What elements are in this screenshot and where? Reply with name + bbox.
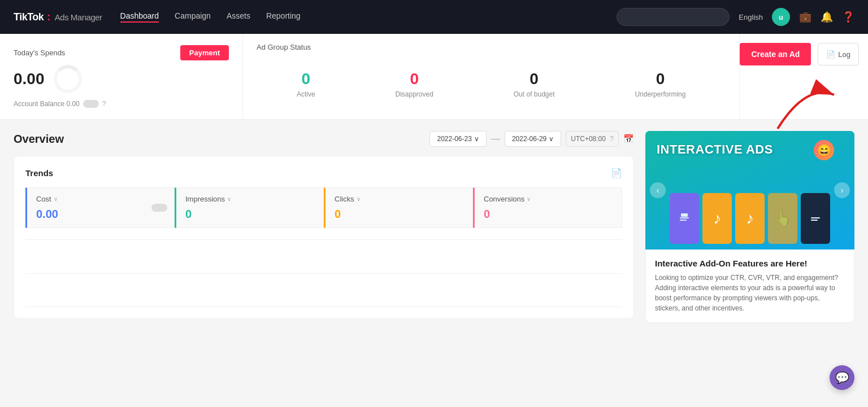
logo-ads: Ads Manager: [55, 12, 102, 22]
phone-card-5: [801, 193, 830, 244]
stat-disapproved: 0 Disapproved: [396, 70, 433, 98]
chevron-down-icon-clicks: ∨: [357, 196, 361, 202]
adgroup-stats: 0 Active 0 Disapproved 0 Out of budget 0…: [257, 58, 726, 110]
date-from-value: 2022-06-23: [437, 135, 471, 143]
stat-underperforming: 0 Underperforming: [635, 70, 685, 98]
overview-title: Overview: [14, 133, 64, 146]
search-input[interactable]: [617, 8, 730, 26]
date-to-button[interactable]: 2022-06-29 ∨: [505, 131, 561, 147]
avatar-decoration: 😄: [814, 140, 834, 160]
create-ad-button[interactable]: Create an Ad: [740, 43, 811, 65]
log-button[interactable]: 📄 Log: [818, 43, 859, 65]
cost-toggle[interactable]: [151, 204, 167, 212]
metric-conversions-value: 0: [484, 208, 613, 221]
log-doc-icon: 📄: [826, 50, 835, 59]
bell-icon[interactable]: 🔔: [821, 11, 833, 23]
stat-out-of-budget: 0 Out of budget: [514, 70, 555, 98]
nav-assets[interactable]: Assets: [227, 11, 250, 23]
metric-impressions-value: 0: [185, 208, 314, 221]
metric-clicks-label[interactable]: Clicks ∨: [335, 195, 463, 203]
logo: TikTok: Ads Manager: [14, 11, 102, 23]
nav-links: Dashboard Campaign Assets Reporting: [120, 11, 599, 23]
date-from-button[interactable]: 2022-06-23 ∨: [429, 131, 486, 147]
timezone-badge: UTC+08:00 ?: [566, 131, 619, 147]
briefcase-icon[interactable]: 💼: [799, 11, 811, 23]
metric-impressions-label[interactable]: Impressions ∨: [185, 195, 314, 203]
overview-section: Overview 2022-06-23 ∨ — 2022-06-29 ∨ UTC…: [0, 120, 868, 334]
promo-next-button[interactable]: ›: [834, 182, 850, 198]
metric-conversions: Conversions ∨ 0: [473, 187, 622, 228]
chevron-down-icon-to: ∨: [549, 135, 554, 143]
info-icon[interactable]: ?: [102, 100, 106, 108]
stat-budget-value: 0: [514, 70, 555, 88]
metric-impressions: Impressions ∨ 0: [175, 187, 324, 228]
phone-card-2: ♪: [702, 193, 732, 244]
stat-disapproved-value: 0: [396, 70, 433, 88]
timezone-value: UTC+08:00: [571, 135, 606, 143]
top-row: Today's Spends Payment 0.00 Account Bala…: [0, 34, 868, 120]
svg-rect-3: [681, 213, 688, 217]
stat-active-value: 0: [297, 70, 315, 88]
overview-main: Overview 2022-06-23 ∨ — 2022-06-29 ∨ UTC…: [14, 131, 634, 323]
promo-image-inner: INTERACTIVE ADS ♪ ♪ 👆: [645, 131, 854, 250]
chevron-down-icon-impressions: ∨: [227, 196, 231, 202]
trends-card: Trends 📄 Cost ∨ 0.00 Impressions: [14, 156, 634, 319]
svg-rect-1: [680, 217, 689, 218]
promo-body-text: Looking to optimize your CTR, CVR, VTR, …: [655, 273, 845, 313]
spends-amount: 0.00: [14, 70, 45, 88]
spends-card: Today's Spends Payment 0.00 Account Bala…: [0, 34, 243, 119]
date-controls: 2022-06-23 ∨ — 2022-06-29 ∨ UTC+08:00 ? …: [429, 131, 634, 147]
log-label: Log: [838, 50, 850, 59]
phone-card-4: 👆: [768, 193, 797, 244]
metric-clicks-value: 0: [335, 208, 463, 221]
stat-disapproved-label: Disapproved: [396, 90, 433, 98]
trends-header: Trends 📄: [25, 168, 622, 178]
stat-under-value: 0: [635, 70, 685, 88]
svg-rect-2: [680, 220, 687, 221]
promo-body-title: Interactive Add-On Features are Here!: [655, 259, 845, 268]
svg-rect-4: [811, 217, 820, 218]
stat-under-label: Underperforming: [635, 90, 685, 98]
avatar[interactable]: u: [772, 8, 790, 26]
right-actions: Create an Ad 📄 Log: [739, 34, 868, 119]
stat-budget-label: Out of budget: [514, 90, 555, 98]
phone-card-1: [670, 193, 699, 244]
logo-colon: :: [47, 11, 50, 23]
promo-prev-button[interactable]: ‹: [650, 182, 666, 198]
chevron-down-icon-conversions: ∨: [527, 196, 531, 202]
sidebar-promo: INTERACTIVE ADS ♪ ♪ 👆: [645, 131, 854, 323]
chevron-down-icon-cost: ∨: [54, 196, 58, 202]
metric-clicks: Clicks ∨ 0: [324, 187, 473, 228]
trends-metrics: Cost ∨ 0.00 Impressions ∨ 0: [25, 187, 622, 228]
nav-reporting[interactable]: Reporting: [266, 11, 301, 23]
payment-button[interactable]: Payment: [180, 45, 229, 60]
chart-area: [25, 239, 622, 307]
metric-cost-label[interactable]: Cost ∨: [36, 195, 165, 203]
donut-chart: [54, 65, 82, 93]
metric-cost: Cost ∨ 0.00: [25, 187, 175, 228]
overview-header: Overview 2022-06-23 ∨ — 2022-06-29 ∨ UTC…: [14, 131, 634, 147]
nav-right: English u 💼 🔔 ❓: [617, 8, 854, 26]
nav-dashboard[interactable]: Dashboard: [120, 11, 159, 23]
date-separator: —: [491, 134, 500, 144]
date-to-value: 2022-06-29: [512, 135, 546, 143]
promo-body: Interactive Add-On Features are Here! Lo…: [645, 250, 854, 323]
timezone-info-icon: ?: [610, 135, 614, 143]
balance-toggle[interactable]: [83, 100, 99, 108]
svg-rect-5: [811, 220, 818, 221]
calendar-icon[interactable]: 📅: [623, 134, 634, 144]
nav-campaign[interactable]: Campaign: [175, 11, 211, 23]
help-icon[interactable]: ❓: [842, 11, 854, 23]
metric-cost-value: 0.00: [36, 208, 165, 221]
spends-title: Today's Spends: [14, 49, 65, 57]
promo-image-title: INTERACTIVE ADS: [657, 142, 773, 157]
metric-conversions-label[interactable]: Conversions ∨: [484, 195, 613, 203]
logo-tiktok: TikTok: [14, 11, 44, 23]
language-selector[interactable]: English: [739, 13, 763, 21]
phone-card-3: ♪: [735, 193, 765, 244]
navbar: TikTok: Ads Manager Dashboard Campaign A…: [0, 0, 868, 34]
chat-bubble-button[interactable]: 💬: [830, 365, 854, 390]
export-icon[interactable]: 📄: [611, 168, 622, 178]
adgroup-card: Ad Group Status 0 Active 0 Disapproved 0…: [243, 34, 739, 119]
stat-active-label: Active: [297, 90, 315, 98]
